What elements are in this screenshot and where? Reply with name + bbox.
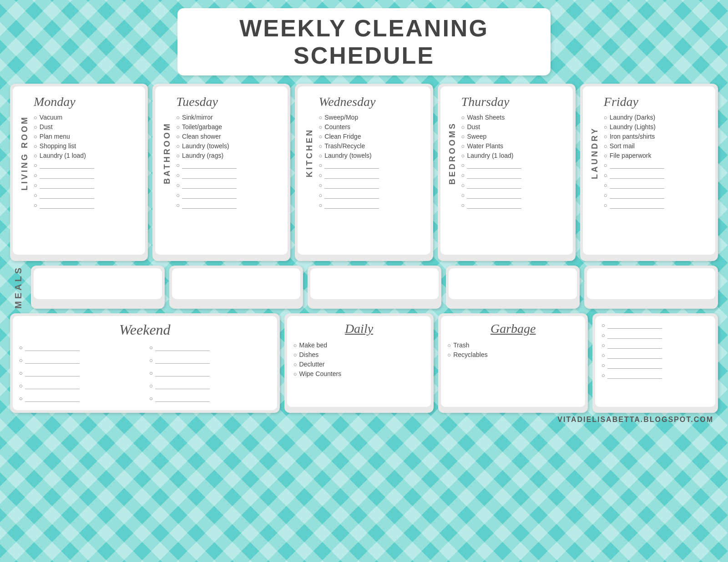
- blank-line: [461, 161, 563, 169]
- blank-line-inner: [610, 201, 664, 209]
- blank-line: [318, 191, 420, 199]
- blank-line-inner: [607, 351, 662, 359]
- day-name-wednesday: Wednesday: [318, 95, 420, 109]
- weekend-blank-line: [149, 356, 270, 364]
- extra-blank-line: [602, 331, 709, 339]
- blank-line: [318, 201, 420, 209]
- extra-blanks-card: [592, 313, 718, 413]
- garbage-card: Garbage TrashRecyclables: [438, 313, 588, 413]
- task-item: Vacuum: [34, 114, 135, 121]
- blank-line: [604, 201, 705, 209]
- blank-line: [176, 171, 278, 179]
- task-list-monday: VacuumDustPlan menuShopping listLaundry …: [34, 114, 135, 159]
- day-card-tuesday: BATHROOM Tuesday Sink/mirrorToilet/garba…: [152, 84, 290, 261]
- meals-card-3: [308, 266, 441, 309]
- task-item: Sink/mirror: [176, 114, 278, 121]
- blank-line-inner: [40, 201, 94, 209]
- meals-card-1: [31, 266, 165, 309]
- task-item: Sweep: [461, 133, 563, 140]
- blank-line: [176, 161, 278, 169]
- task-item: Dust: [461, 123, 563, 130]
- vertical-label-tuesday: BATHROOM: [161, 91, 173, 215]
- task-item: Wash Sheets: [461, 114, 563, 121]
- day-card-inner: BATHROOM Tuesday Sink/mirrorToilet/garba…: [155, 86, 288, 255]
- daily-task-item: Make bed: [293, 341, 425, 349]
- extra-blank-line: [602, 371, 709, 379]
- blank-line-inner: [610, 181, 664, 189]
- task-item: Laundry (Lights): [604, 123, 705, 130]
- blank-line-inner: [607, 371, 662, 379]
- blank-line-inner: [182, 171, 237, 179]
- meals-label-col: MEALS: [10, 266, 26, 309]
- blank-line-inner: [182, 181, 237, 189]
- bottom-row: Weekend Daily Make bedDishesDeclutterWip…: [10, 313, 718, 413]
- blank-line: [176, 181, 278, 189]
- blank-line-inner: [467, 181, 521, 189]
- blank-line-inner: [155, 395, 210, 402]
- weekend-blank-line: [19, 356, 140, 364]
- weekend-blank-line: [149, 382, 270, 389]
- blank-line: [461, 201, 563, 209]
- days-grid: LIVING ROOM Monday VacuumDustPlan menuSh…: [10, 84, 718, 261]
- meals-card-2: [169, 266, 303, 309]
- blank-line: [604, 161, 705, 169]
- day-card-content: Thursday Wash SheetsDustSweepWater Plant…: [459, 91, 567, 215]
- day-card-wednesday: KITCHEN Wednesday Sweep/MopCountersClean…: [295, 84, 433, 261]
- day-name-monday: Monday: [34, 95, 135, 109]
- blank-line-inner: [607, 361, 662, 369]
- task-item: Iron pants/shirts: [604, 133, 705, 140]
- garbage-task-item: Trash: [447, 341, 579, 349]
- day-name-friday: Friday: [604, 95, 705, 109]
- day-card-wrapper: BEDROOMS Thursday Wash SheetsDustSweepWa…: [446, 91, 567, 215]
- day-card-wrapper: KITCHEN Wednesday Sweep/MopCountersClean…: [303, 91, 425, 215]
- meals-row: MEALS: [10, 266, 718, 309]
- task-item: Laundry (1 load): [461, 152, 563, 159]
- day-card-content: Tuesday Sink/mirrorToilet/garbageClean s…: [173, 91, 282, 215]
- weekend-inner: Weekend: [13, 316, 277, 410]
- blank-line-inner: [324, 161, 379, 169]
- meals-label: MEALS: [13, 266, 24, 309]
- blank-line: [318, 171, 420, 179]
- weekend-blank-line: [149, 395, 270, 402]
- blank-line: [34, 201, 135, 209]
- weekend-blank-line: [149, 369, 270, 376]
- garbage-task-list: TrashRecyclables: [447, 341, 579, 358]
- task-item: Sweep/Mop: [318, 114, 420, 121]
- extra-blanks-inner: [595, 316, 715, 407]
- day-card-inner: LIVING ROOM Monday VacuumDustPlan menuSh…: [13, 86, 145, 255]
- blank-line-inner: [467, 191, 521, 199]
- day-card-wrapper: BATHROOM Tuesday Sink/mirrorToilet/garba…: [161, 91, 282, 215]
- task-list-friday: Laundry (Darks)Laundry (Lights)Iron pant…: [604, 114, 705, 159]
- weekend-blank-line: [149, 344, 270, 351]
- blank-line-inner: [467, 171, 521, 179]
- blank-line-inner: [610, 191, 664, 199]
- blank-line-inner: [182, 161, 237, 169]
- task-item: Sort mail: [604, 142, 705, 150]
- website-text: VITADIELISABETTA.BLOGSPOT.COM: [10, 416, 718, 424]
- day-card-thursday: BEDROOMS Thursday Wash SheetsDustSweepWa…: [438, 84, 576, 261]
- blank-line: [34, 171, 135, 179]
- weekend-two-col: [19, 344, 271, 405]
- blank-line-inner: [610, 161, 664, 169]
- blank-line-inner: [25, 369, 80, 376]
- day-card-wrapper: LAUNDRY Friday Laundry (Darks)Laundry (L…: [588, 91, 710, 215]
- day-card-wrapper: LIVING ROOM Monday VacuumDustPlan menuSh…: [18, 91, 140, 215]
- blank-line-inner: [182, 201, 237, 209]
- task-list-tuesday: Sink/mirrorToilet/garbageClean showerLau…: [176, 114, 278, 159]
- task-item: Laundry (towels): [176, 142, 278, 150]
- task-item: Laundry (1 load): [34, 152, 135, 159]
- weekend-blank-line: [19, 344, 140, 351]
- daily-title: Daily: [293, 321, 425, 336]
- day-card-friday: LAUNDRY Friday Laundry (Darks)Laundry (L…: [580, 84, 718, 261]
- day-name-thursday: Thursday: [461, 95, 563, 109]
- blank-line-inner: [155, 356, 210, 364]
- blank-line-inner: [40, 171, 94, 179]
- task-list-thursday: Wash SheetsDustSweepWater PlantsLaundry …: [461, 114, 563, 159]
- daily-task-item: Declutter: [293, 361, 425, 368]
- blank-line-inner: [25, 382, 80, 389]
- blank-line: [34, 191, 135, 199]
- task-item: Clean shower: [176, 133, 278, 140]
- task-item: Laundry (Darks): [604, 114, 705, 121]
- garbage-inner: Garbage TrashRecyclables: [441, 316, 585, 407]
- day-card-inner: LAUNDRY Friday Laundry (Darks)Laundry (L…: [583, 86, 715, 255]
